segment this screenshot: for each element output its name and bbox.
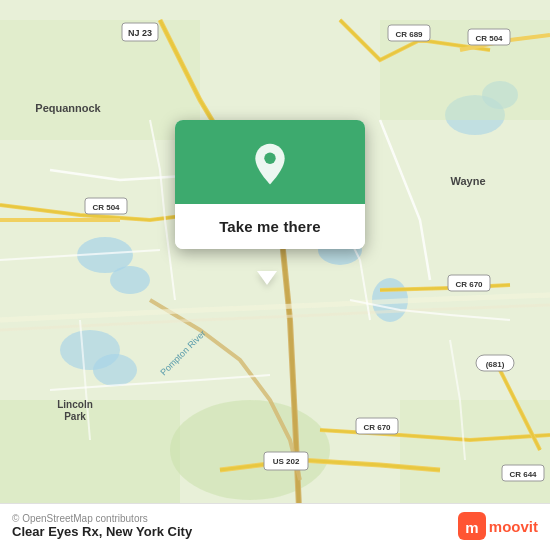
svg-text:Park: Park bbox=[64, 411, 86, 422]
moovit-logo-icon: m bbox=[458, 512, 486, 540]
svg-text:Wayne: Wayne bbox=[450, 175, 485, 187]
svg-text:US 202: US 202 bbox=[273, 457, 300, 466]
svg-text:CR 670: CR 670 bbox=[455, 280, 483, 289]
place-name: Clear Eyes Rx, New York City bbox=[12, 524, 192, 539]
popup-tail bbox=[257, 271, 277, 285]
svg-text:Lincoln: Lincoln bbox=[57, 399, 93, 410]
svg-text:NJ 23: NJ 23 bbox=[128, 28, 152, 38]
moovit-text: moovit bbox=[489, 518, 538, 535]
take-me-there-button[interactable]: Take me there bbox=[175, 204, 365, 249]
svg-text:CR 689: CR 689 bbox=[395, 30, 423, 39]
svg-point-13 bbox=[170, 400, 330, 500]
attribution: © OpenStreetMap contributors bbox=[12, 513, 192, 524]
svg-text:CR 504: CR 504 bbox=[475, 34, 503, 43]
svg-text:m: m bbox=[465, 519, 478, 536]
location-pin-icon bbox=[248, 142, 292, 186]
svg-text:CR 644: CR 644 bbox=[509, 470, 537, 479]
svg-point-37 bbox=[264, 153, 275, 164]
svg-text:Pequannock: Pequannock bbox=[35, 102, 101, 114]
svg-text:CR 504: CR 504 bbox=[92, 203, 120, 212]
svg-text:CR 670: CR 670 bbox=[363, 423, 391, 432]
svg-point-2 bbox=[110, 266, 150, 294]
svg-text:(681): (681) bbox=[486, 360, 505, 369]
bottom-bar: © OpenStreetMap contributors Clear Eyes … bbox=[0, 503, 550, 550]
map-container: NJ 23 CR 689 CR 504 CR 504 CR 670 CR 670… bbox=[0, 0, 550, 550]
moovit-logo: m moovit bbox=[458, 512, 538, 540]
popup-header bbox=[175, 120, 365, 204]
svg-point-6 bbox=[93, 354, 137, 386]
bottom-left: © OpenStreetMap contributors Clear Eyes … bbox=[12, 513, 192, 539]
popup-card: Take me there bbox=[175, 120, 365, 249]
